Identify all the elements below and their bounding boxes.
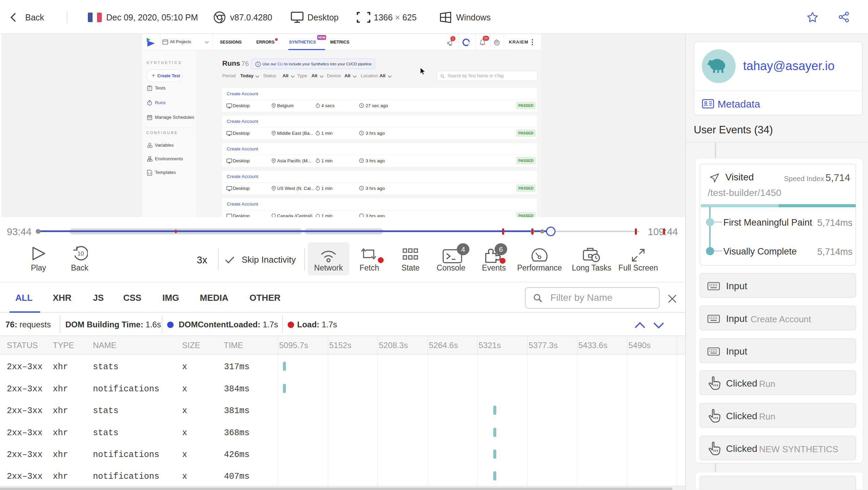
svg-text:10: 10 (78, 250, 84, 257)
